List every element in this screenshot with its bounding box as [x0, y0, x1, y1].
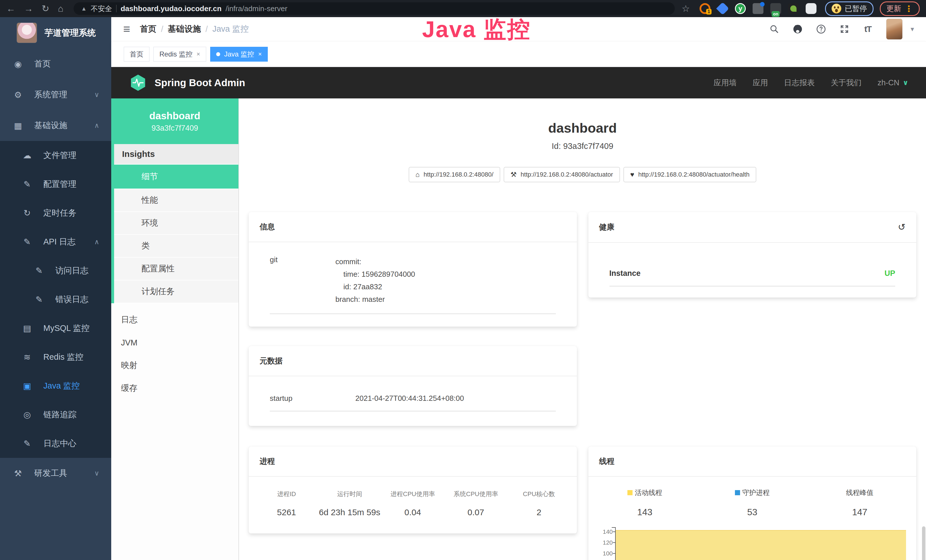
cell-value: 6d 23h 15m 59s [318, 507, 381, 517]
sba-item-scheduled-tasks[interactable]: 计划任务 [114, 280, 238, 303]
close-icon[interactable]: × [258, 50, 262, 58]
breadcrumb: 首页 / 基础设施 / Java 监控 [140, 23, 249, 35]
paused-indicator[interactable]: 已暂停 [825, 2, 873, 16]
sba-item-caches[interactable]: 缓存 [111, 377, 238, 400]
sidebar-item-infrastructure[interactable]: ▦ 基础设施 ∧ [0, 110, 111, 141]
screen: ← → ↻ ⌂ ▲ 不安全 dashboard.yudao.iocoder.cn… [0, 0, 926, 560]
sba-nav: 应用墙 应用 日志报表 关于我们 zh-CN ∨ [714, 77, 908, 88]
sidebar-item-dev-tools[interactable]: ⚒ 研发工具 ∨ [0, 458, 111, 489]
info-card: 信息 git commit: time: 1596289704000 [249, 212, 577, 327]
page-scrollbar-thumb[interactable] [922, 526, 925, 560]
address-bar[interactable]: ▲ 不安全 dashboard.yudao.iocoder.cn /infra/… [74, 2, 675, 15]
wrench-icon: ⚒ [510, 171, 517, 179]
tab-home[interactable]: 首页 [124, 47, 150, 62]
back-icon[interactable]: ← [6, 4, 15, 13]
dashboard-icon: ◉ [11, 59, 24, 69]
browser-menu-icon[interactable]: ⋮ [905, 4, 913, 14]
surprised-emoji-icon [832, 4, 841, 14]
sidebar-item-label: 日志中心 [43, 438, 76, 449]
extensions-cluster: 1 y on [699, 3, 817, 14]
fullscreen-icon[interactable] [839, 24, 850, 34]
process-card: 进程 进程ID5261 运行时间6d 23h 15m 59s 进程CPU使用率0… [249, 446, 577, 533]
instance-links: ⌂ http://192.168.0.2:48080/ ⚒ http://192… [239, 167, 926, 182]
sba-content: dashboard Id: 93a3fc7f7409 ⌂ http://192.… [239, 98, 926, 560]
switch-extension-icon[interactable]: on [770, 3, 781, 14]
sba-item-details[interactable]: 细节 [114, 165, 238, 189]
instance-health-row[interactable]: Instance UP [610, 243, 896, 278]
sba-nav-journal[interactable]: 日志报表 [784, 77, 815, 88]
update-browser-button[interactable]: 更新 ⋮ [880, 2, 920, 16]
not-secure-label[interactable]: 不安全 [91, 4, 112, 14]
sidebar-item-error-logs[interactable]: ✎ 错误日志 [0, 285, 111, 314]
col-header: CPU核心数 [507, 490, 570, 498]
sba-item-environment[interactable]: 环境 [114, 212, 238, 235]
sba-nav-applications[interactable]: 应用 [753, 77, 768, 88]
history-icon[interactable]: ↺ [898, 222, 905, 233]
breadcrumb-home[interactable]: 首页 [140, 23, 157, 35]
threads-legend: 活动线程 143 守护进程 53 线程峰值 [589, 477, 917, 518]
sidebar-item-log-center[interactable]: ✎ 日志中心 [0, 429, 111, 458]
user-avatar[interactable] [886, 18, 903, 40]
sidebar-item-label: API 日志 [43, 236, 76, 248]
sba-item-mappings[interactable]: 映射 [111, 354, 238, 377]
sba-item-logs[interactable]: 日志 [111, 309, 238, 331]
chevron-up-icon: ∧ [94, 121, 99, 130]
close-icon[interactable]: × [197, 50, 200, 58]
annotation-java-monitor-text: Java 监控 [422, 14, 531, 45]
y-tick: 120 [597, 539, 613, 546]
health-url-chip[interactable]: ♥ http://192.168.0.2:48080/actuator/heal… [623, 167, 756, 182]
user-menu-caret-icon[interactable]: ▾ [911, 25, 914, 33]
locale-label: zh-CN [878, 79, 899, 87]
sidebar-item-label: 研发工具 [34, 468, 67, 479]
pin-extension-icon[interactable] [716, 2, 729, 15]
sidebar-item-trace[interactable]: ◎ 链路追踪 [0, 400, 111, 429]
sba-brand[interactable]: Spring Boot Admin [154, 77, 245, 88]
sidebar-item-redis-monitor[interactable]: ≋ Redis 监控 [0, 343, 111, 371]
extension-icon[interactable]: 1 [699, 3, 710, 14]
home-icon[interactable]: ⌂ [58, 4, 63, 13]
sba-locale-selector[interactable]: zh-CN ∨ [878, 79, 908, 87]
sidebar-item-scheduled-jobs[interactable]: ↻ 定时任务 [0, 198, 111, 227]
tab-java-monitor[interactable]: Java 监控 × [210, 47, 268, 62]
insights-section-label: Insights [114, 144, 238, 165]
app-logo [17, 23, 37, 43]
forward-icon[interactable]: → [24, 4, 33, 13]
sidebar-item-label: MySQL 监控 [43, 322, 89, 334]
help-icon[interactable] [816, 24, 826, 34]
git-commit-lines: commit: time: 1596289704000 id: 27aa832 … [335, 255, 415, 306]
hamburger-icon[interactable]: ≡ [123, 23, 130, 35]
sidebar-item-api-logs[interactable]: ✎ API 日志 ∧ [0, 227, 111, 256]
leaf-extension-icon[interactable] [788, 3, 799, 14]
font-size-icon[interactable]: tT [863, 24, 873, 34]
sidebar-item-java-monitor[interactable]: ▣ Java 监控 [0, 371, 111, 400]
actuator-url-chip[interactable]: ⚒ http://192.168.0.2:48080/actuator [504, 167, 620, 182]
sba-item-jvm[interactable]: JVM [111, 331, 238, 354]
reload-icon[interactable]: ↻ [42, 4, 49, 13]
sba-nav-wallboard[interactable]: 应用墙 [714, 77, 737, 88]
sidebar-item-access-logs[interactable]: ✎ 访问日志 [0, 256, 111, 285]
sidebar-item-mysql-monitor[interactable]: ▤ MySQL 监控 [0, 314, 111, 343]
cell-value: 0.07 [444, 507, 507, 517]
puzzle-icon[interactable] [806, 3, 817, 14]
sba-nav-about[interactable]: 关于我们 [831, 77, 861, 88]
sidebar-item-home[interactable]: ◉ 首页 [0, 48, 111, 79]
y-extension-icon[interactable]: y [735, 3, 746, 14]
breadcrumb-infrastructure[interactable]: 基础设施 [168, 23, 201, 35]
grid-extension-icon[interactable] [753, 3, 763, 14]
sba-item-config-props[interactable]: 配置属性 [114, 257, 238, 280]
tab-redis-monitor[interactable]: Redis 监控 × [153, 47, 206, 62]
github-icon[interactable] [793, 24, 803, 34]
instance-label: Instance [610, 269, 641, 278]
sba-item-classes[interactable]: 类 [114, 235, 238, 257]
sidebar-item-label: 配置管理 [43, 179, 76, 190]
search-icon[interactable] [769, 24, 779, 34]
sba-item-metrics[interactable]: 性能 [114, 189, 238, 212]
sidebar-item-system-mgmt[interactable]: ⚙ 系统管理 ∨ [0, 79, 111, 110]
sidebar-item-label: Redis 监控 [43, 351, 83, 363]
sidebar-item-file-mgmt[interactable]: ☁ 文件管理 [0, 141, 111, 170]
bookmark-star-icon[interactable]: ☆ [682, 3, 690, 14]
cloud-upload-icon: ☁ [21, 150, 34, 160]
service-url-chip[interactable]: ⌂ http://192.168.0.2:48080/ [409, 167, 500, 182]
sidebar-item-config-mgmt[interactable]: ✎ 配置管理 [0, 170, 111, 198]
sba-header: Spring Boot Admin 应用墙 应用 日志报表 关于我们 zh-CN… [111, 67, 926, 98]
